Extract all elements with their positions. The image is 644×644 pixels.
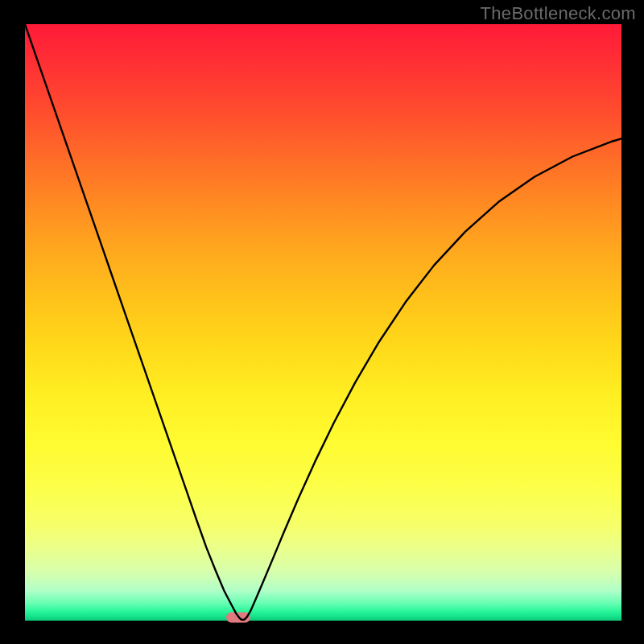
- bottleneck-curve: [25, 24, 621, 621]
- watermark-text: TheBottleneck.com: [481, 3, 636, 24]
- chart-frame: TheBottleneck.com: [0, 0, 644, 644]
